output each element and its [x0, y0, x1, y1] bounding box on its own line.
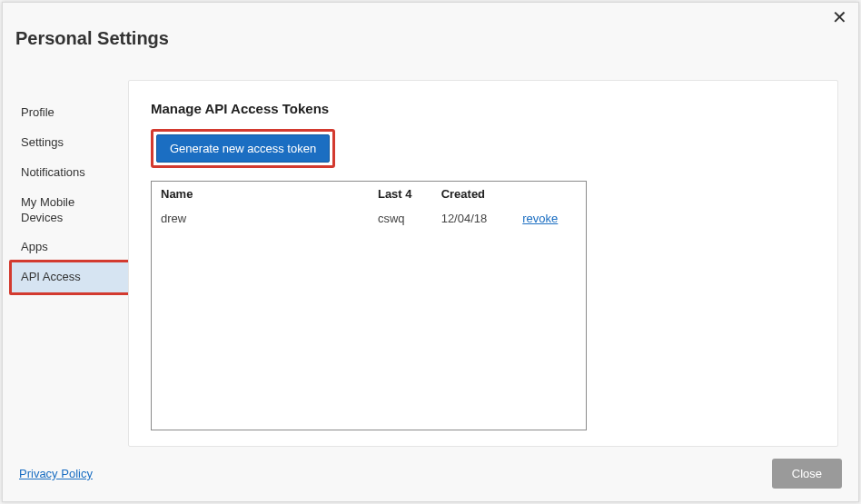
close-button[interactable]: Close — [772, 459, 842, 489]
table-header-last4: Last 4 — [378, 187, 441, 201]
table-header-name: Name — [161, 187, 378, 201]
token-created: 12/04/18 — [441, 212, 523, 225]
table-row: drew cswq 12/04/18 revoke — [152, 206, 586, 231]
main-panel: Manage API Access Tokens Generate new ac… — [128, 80, 838, 447]
table-header-created: Created — [441, 187, 523, 201]
sidebar-item-api-access[interactable]: API Access — [9, 260, 131, 295]
sidebar-item-settings[interactable]: Settings — [12, 128, 128, 158]
generate-token-button[interactable]: Generate new access token — [156, 134, 330, 163]
sidebar-item-profile[interactable]: Profile — [12, 98, 128, 128]
token-last4: cswq — [378, 212, 441, 225]
revoke-link[interactable]: revoke — [522, 212, 558, 225]
sidebar-item-apps[interactable]: Apps — [12, 232, 128, 262]
section-heading: Manage API Access Tokens — [151, 101, 816, 116]
sidebar: Profile Settings Notifications My Mobile… — [12, 80, 128, 447]
content-area: Profile Settings Notifications My Mobile… — [12, 80, 838, 447]
table-header-row: Name Last 4 Created — [152, 182, 586, 206]
settings-dialog: ✕ Personal Settings Profile Settings Not… — [2, 2, 859, 502]
token-name: drew — [161, 212, 378, 225]
sidebar-item-notifications[interactable]: Notifications — [12, 158, 128, 188]
dialog-footer: Privacy Policy Close — [19, 459, 842, 489]
generate-button-highlight: Generate new access token — [151, 129, 335, 168]
table-header-action — [522, 187, 577, 201]
token-table: Name Last 4 Created drew cswq 12/04/18 r… — [151, 181, 587, 430]
page-title: Personal Settings — [3, 3, 858, 49]
sidebar-item-my-mobile-devices[interactable]: My Mobile Devices — [12, 188, 128, 233]
close-icon[interactable]: ✕ — [832, 8, 847, 26]
privacy-policy-link[interactable]: Privacy Policy — [19, 467, 93, 480]
